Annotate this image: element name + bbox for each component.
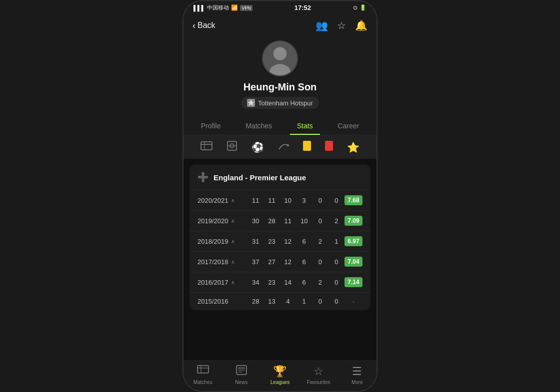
expand-icon: ∧: [231, 259, 234, 265]
notification-icon[interactable]: 🔔: [355, 19, 368, 31]
svg-marker-3: [248, 99, 254, 106]
top-nav: ‹ Back 👥 ☆ 🔔: [184, 14, 376, 36]
status-left: ▌▌▌ 中国移动 📶 VPN: [194, 4, 252, 11]
apps-icon[interactable]: [200, 141, 212, 153]
league-flag-icon: ➕: [198, 172, 208, 183]
nav-more[interactable]: ☰ More: [342, 365, 372, 385]
rating-badge: 6.97: [344, 236, 362, 246]
carrier-label: 中国移动: [207, 4, 229, 11]
rating-badge: 7.09: [344, 216, 362, 226]
season-label: 2018/2019 ∧: [198, 238, 248, 245]
top-action-icons: 👥 ☆ 🔔: [316, 19, 368, 31]
table-row[interactable]: 2016/2017 ∧ 34 23 14 6 2 0 7.14: [190, 272, 370, 292]
tabs: Profile Matches Stats Career: [184, 116, 376, 135]
rating-icon[interactable]: ⭐: [347, 141, 360, 153]
svg-rect-4: [201, 142, 212, 150]
league-name: England - Premier League: [214, 173, 306, 182]
table-row[interactable]: 2017/2018 ∧ 37 27 12 6 0 0 7.04: [190, 251, 370, 272]
tab-profile[interactable]: Profile: [194, 118, 228, 135]
expand-icon: ∧: [231, 218, 234, 224]
no-rating: -: [344, 298, 362, 305]
stats-values: 34 23 14 6 2 0: [248, 279, 344, 286]
season-label: 2019/2020 ∧: [198, 217, 248, 225]
stats-values: 31 23 12 6 2 1: [248, 238, 344, 245]
nav-leagues[interactable]: 🏆 Leagues: [265, 365, 295, 385]
svg-point-10: [287, 144, 289, 146]
bottom-nav: Matches News 🏆 Leagues ☆ Favourites ☰ Mo…: [184, 361, 376, 391]
stats-values: 11 11 10 3 0 0: [248, 197, 344, 204]
stats-table: 2020/2021 ∧ 11 11 10 3 0 0 7.68: [190, 190, 370, 310]
expand-icon: ∧: [231, 239, 234, 244]
table-row[interactable]: 2015/2016 28 13 4 1 0 0 -: [190, 292, 370, 310]
news-nav-label: News: [235, 380, 248, 385]
nav-matches[interactable]: Matches: [188, 365, 218, 385]
stats-values: 37 27 12 6 0 0: [248, 258, 344, 266]
season-label: 2017/2018 ∧: [198, 258, 248, 266]
favourites-nav-label: Favourites: [307, 380, 330, 385]
rating-badge: 7.14: [344, 277, 362, 287]
club-name: Tottenham Hotspur: [258, 99, 313, 107]
status-bar: ▌▌▌ 中国移动 📶 VPN 17:52 ⊙ 🔋: [184, 1, 376, 14]
clock: 17:52: [294, 4, 311, 11]
club-badge-icon: [247, 99, 255, 107]
back-button[interactable]: ‹ Back: [192, 20, 216, 31]
star-icon[interactable]: ☆: [337, 19, 346, 31]
goals-icon[interactable]: ⚽: [252, 141, 264, 153]
expand-icon: ∧: [231, 198, 234, 203]
league-card: ➕ England - Premier League 2020/2021 ∧ 1…: [190, 165, 370, 310]
phone-frame: ▌▌▌ 中国移动 📶 VPN 17:52 ⊙ 🔋 ‹ Back 👥 ☆ 🔔: [182, 0, 378, 392]
tab-matches[interactable]: Matches: [238, 118, 279, 135]
rating-badge: 7.04: [344, 257, 362, 267]
assists-icon[interactable]: [278, 141, 289, 153]
lineup-icon[interactable]: [226, 140, 238, 154]
table-row[interactable]: 2019/2020 ∧ 30 28 11 10 0 2 7.09: [190, 210, 370, 231]
svg-point-1: [274, 47, 286, 60]
more-nav-icon: ☰: [352, 365, 362, 378]
expand-icon: ∧: [231, 280, 234, 285]
yellow-card-icon[interactable]: [303, 141, 311, 153]
back-chevron-icon: ‹: [192, 20, 196, 31]
matches-nav-icon: [197, 365, 209, 378]
player-club: Tottenham Hotspur: [241, 97, 319, 109]
favourites-nav-icon: ☆: [314, 365, 324, 378]
stats-values: 28 13 4 1 0 0: [248, 298, 344, 305]
season-label: 2015/2016: [198, 298, 248, 305]
tab-career[interactable]: Career: [330, 118, 366, 135]
matches-nav-label: Matches: [194, 380, 212, 385]
avatar: [262, 40, 298, 76]
leagues-nav-label: Leagues: [270, 380, 290, 385]
status-right: ⊙ 🔋: [353, 4, 366, 11]
more-nav-label: More: [352, 380, 363, 385]
wifi-icon: 📶: [231, 4, 238, 11]
player-header: Heung-Min Son Tottenham Hotspur: [184, 36, 376, 116]
nav-favourites[interactable]: ☆ Favourites: [304, 365, 334, 385]
group-icon[interactable]: 👥: [316, 19, 328, 31]
table-row[interactable]: 2020/2021 ∧ 11 11 10 3 0 0 7.68: [190, 190, 370, 210]
battery-icon: 🔋: [360, 4, 366, 11]
stats-values: 30 28 11 10 0 2: [248, 217, 344, 225]
nav-news[interactable]: News: [226, 365, 256, 385]
news-nav-icon: [236, 365, 247, 378]
red-card-icon[interactable]: [325, 141, 333, 153]
leagues-nav-icon: 🏆: [273, 365, 286, 378]
player-name: Heung-Min Son: [244, 81, 317, 93]
table-row[interactable]: 2018/2019 ∧ 31 23 12 6 2 1 6.97: [190, 231, 370, 251]
season-label: 2020/2021 ∧: [198, 197, 248, 204]
content-area: ➕ England - Premier League 2020/2021 ∧ 1…: [184, 159, 376, 361]
alarm-icon: ⊙: [353, 4, 358, 11]
rating-badge: 7.68: [344, 195, 362, 205]
season-label: 2016/2017 ∧: [198, 279, 248, 286]
stats-icons-row: ⚽ ⭐: [184, 135, 376, 159]
back-label: Back: [198, 21, 216, 30]
tab-stats[interactable]: Stats: [290, 118, 320, 135]
signal-icon: ▌▌▌: [194, 5, 205, 11]
svg-rect-11: [198, 366, 208, 373]
league-header: ➕ England - Premier League: [190, 165, 370, 190]
vpn-badge: VPN: [240, 5, 252, 11]
